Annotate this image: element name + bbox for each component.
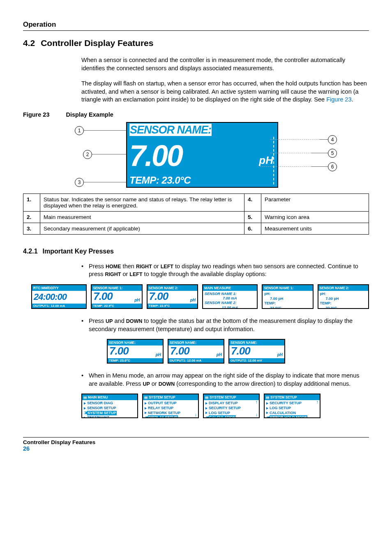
callout-circle: 2 xyxy=(83,150,92,159)
dashed-leader xyxy=(270,153,311,153)
legend-num: 1. xyxy=(23,193,40,211)
display-sensor-2: SENSOR NAME 2: 7.00 pH TEMP: 22.9°C xyxy=(147,284,198,309)
legend-num: 6. xyxy=(244,223,261,234)
display-sensor-2-detail: SENSOR NAME 2: pH:7.00 pH TEMP:22.9°C xyxy=(318,284,369,309)
text: then xyxy=(121,263,136,269)
mini-list: pH:7.00 pH TEMP:22.9°C xyxy=(263,291,312,309)
mini-top: SENSOR NAME 2: xyxy=(318,285,368,291)
bullet-item: • When in Menu mode, an arrow may appear… xyxy=(81,372,369,388)
main-reading: 7.00 xyxy=(129,143,182,169)
arrow-up-icon: ↑ xyxy=(316,399,319,404)
menu-system-2: SYSTEM SETUP DISPLAY SETUP SECURITY SETU… xyxy=(203,394,260,418)
mini-bottom: OUTPUT2: 12.00 mV xyxy=(229,358,284,363)
heading-4-2: 4.2Controller Display Features xyxy=(23,38,369,48)
text: or xyxy=(152,263,161,269)
key-name: DOWN xyxy=(126,318,143,324)
legend-text: Main measurement xyxy=(40,211,244,223)
display-examples-row-2: SENSOR NAME: 7.00 pH TEMP: 23.0°C SENSOR… xyxy=(23,339,369,364)
legend-text: Parameter xyxy=(261,193,369,211)
paragraph: The display will flash on startup, when … xyxy=(81,80,369,104)
menu-items: SENSOR DIAG SENSOR SETUP SYSTEM SETUP TE… xyxy=(82,400,137,418)
mini-main: 7.00 xyxy=(168,345,224,356)
key-name: UP xyxy=(106,318,113,324)
mini-top: SYSTEM SETUP xyxy=(143,394,198,400)
key-name: LEFT xyxy=(129,272,142,277)
callout-4: 4 xyxy=(320,135,337,144)
display-output2: SENSOR NAME: 7.00 pH OUTPUT2: 12.00 mV xyxy=(228,339,285,364)
key-name: HOME xyxy=(106,264,121,269)
mini-top: MAIN MEASURE xyxy=(203,285,257,291)
callout-2: 2 xyxy=(83,150,126,159)
legend-num: 3. xyxy=(23,223,40,234)
legend-num: 5. xyxy=(244,211,261,223)
menu-items: SECURITY SETUP LOG SETUP CALCULATION ERR… xyxy=(265,400,320,418)
text: Press xyxy=(89,263,106,269)
mini-unit: pH xyxy=(190,298,196,302)
mini-unit: pH xyxy=(156,352,161,357)
footer-title: Controller Display Features xyxy=(23,439,369,445)
text: The display will flash on startup, when … xyxy=(81,80,367,103)
callout-circle: 1 xyxy=(75,126,84,135)
display-output1: SENSOR NAME: 7.00 pH OUTPUT1: 12.00 mA xyxy=(168,339,224,364)
figure-reference-link[interactable]: Figure 23 xyxy=(326,96,351,103)
hamburger-icon xyxy=(83,396,87,400)
heading-title: Important Key Presses xyxy=(43,248,114,255)
bullet-item: • Press HOME then RIGHT or LEFT to displ… xyxy=(81,263,369,279)
figure-title: Display Example xyxy=(66,111,113,118)
menu-main: MAIN MENU SENSOR DIAG SENSOR SETUP SYSTE… xyxy=(81,394,138,418)
divider xyxy=(23,437,369,438)
text: and xyxy=(113,318,126,324)
hamburger-icon xyxy=(266,396,269,400)
callout-3: 3 xyxy=(75,178,126,187)
text: or xyxy=(150,380,159,387)
figure-23-diagram: SENSOR NAME: 7.00 pH TEMP: 23.0°C 1 2 3 … xyxy=(58,122,338,188)
arrow-down-icon: ↓ xyxy=(256,412,258,417)
display-main-measure: MAIN MEASURE SENSOR NAME 1:7.00 mA SENSO… xyxy=(202,284,258,309)
text: Press xyxy=(89,318,106,324)
callout-6: 6 xyxy=(311,162,337,171)
unit-label: pH xyxy=(259,154,275,169)
callout-circle: 3 xyxy=(75,178,84,187)
mini-bottom: OUTPUT1: 12.00 mA xyxy=(168,358,224,363)
mini-top: SYSTEM SETUP xyxy=(265,394,320,400)
legend-text: Measurement units xyxy=(261,223,369,234)
key-name: DOWN xyxy=(159,381,175,387)
hamburger-icon xyxy=(144,396,148,400)
mini-main: 7.00 xyxy=(108,345,163,356)
callout-circle: 4 xyxy=(328,135,337,144)
display-examples-row-1: RTC:MM/DD/YY 24:00:00 OUTPUT1: 12.00 mA … xyxy=(31,284,369,309)
status-bar: SENSOR NAME: xyxy=(127,123,277,136)
mini-top: SYSTEM SETUP xyxy=(204,394,259,400)
heading-number: 4.2 xyxy=(23,38,35,48)
callout-5: 5 xyxy=(311,149,337,158)
callout-circle: 6 xyxy=(328,162,337,171)
hamburger-icon xyxy=(205,396,208,400)
mini-bottom: TEMP: 23.0°C xyxy=(108,358,163,363)
menu-items: OUTPUT SETUP RELAY SETUP NETWORK SETUP D… xyxy=(143,400,198,418)
text: (corresponding to the arrow direction) t… xyxy=(175,380,350,387)
mini-bottom: TEMP: 22.9°C xyxy=(92,304,141,308)
key-name: LEFT xyxy=(161,264,173,269)
mini-bottom: TEMP: 22.9°C xyxy=(148,304,197,308)
legend-num: 2. xyxy=(23,211,40,223)
dashed-leader xyxy=(270,139,320,140)
display-temp: SENSOR NAME: 7.00 pH TEMP: 23.0°C xyxy=(107,339,164,364)
heading-number: 4.2.1 xyxy=(23,248,38,255)
page-number: 26 xyxy=(23,445,369,452)
dashed-leader xyxy=(260,166,311,167)
mini-unit: pH xyxy=(217,352,222,357)
mini-main: 7.00 xyxy=(229,345,284,356)
mini-unit: pH xyxy=(277,352,283,357)
display-sensor-1: SENSOR NAME 1: 7.00 pH TEMP: 22.9°C xyxy=(91,284,142,309)
bullet-item: • Press UP and DOWN to toggle the status… xyxy=(81,317,369,333)
heading-title: Controller Display Features xyxy=(41,38,153,48)
display-rtc: RTC:MM/DD/YY 24:00:00 OUTPUT1: 12.00 mA xyxy=(31,284,87,309)
legend-text: Status bar. Indicates the sensor name an… xyxy=(40,193,244,211)
arrow-down-icon: ↓ xyxy=(195,412,197,417)
paragraph: When a sensor is connected and the contr… xyxy=(81,56,369,72)
key-name: RIGHT xyxy=(105,272,121,277)
lcd-screen: SENSOR NAME: 7.00 pH TEMP: 23.0°C xyxy=(126,122,278,188)
figure-caption: Figure 23Display Example xyxy=(23,111,369,118)
mini-top: RTC:MM/DD/YY xyxy=(32,285,86,291)
mini-bottom: OUTPUT1: 12.00 mA xyxy=(32,304,86,308)
